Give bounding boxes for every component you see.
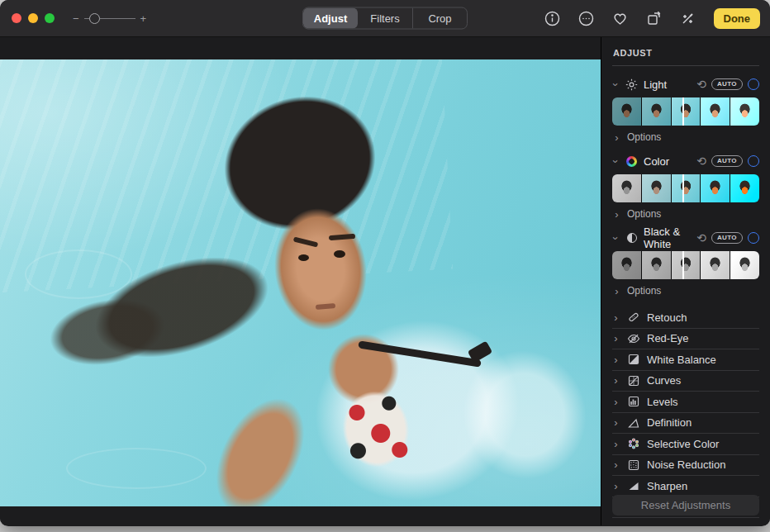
levels-icon	[626, 395, 640, 409]
tool-label: Selective Color	[647, 438, 719, 450]
tool-label: Retouch	[647, 311, 687, 324]
rotate-icon[interactable]	[646, 11, 663, 27]
tool-sharpen[interactable]: › Sharpen	[612, 475, 759, 496]
tab-adjust[interactable]: Adjust	[303, 8, 358, 29]
thumbnail	[612, 97, 641, 126]
section-color-header[interactable]: › Color ⟲ AUTO	[612, 151, 759, 171]
chevron-right-icon: ›	[612, 417, 620, 428]
zoom-slider-knob[interactable]	[89, 13, 100, 24]
titlebar: − + Adjust Filters Crop	[0, 0, 770, 37]
tool-label: Curves	[647, 374, 681, 387]
strip-indicator[interactable]	[682, 251, 684, 279]
chevron-right-icon[interactable]: ›	[613, 132, 620, 143]
light-intensity-strip[interactable]	[612, 97, 759, 126]
chevron-right-icon[interactable]: ›	[613, 209, 620, 220]
tool-levels[interactable]: › Levels	[612, 391, 759, 412]
sun-icon	[625, 78, 639, 92]
section-light-header[interactable]: › Light ⟲ AUTO	[612, 74, 759, 94]
close-button[interactable]	[12, 13, 21, 23]
chevron-down-icon[interactable]: ›	[611, 81, 621, 88]
more-icon[interactable]	[578, 11, 595, 27]
strip-indicator[interactable]	[682, 97, 684, 126]
zoom-out-icon[interactable]: −	[73, 13, 79, 24]
bandage-icon	[626, 311, 640, 325]
auto-button[interactable]: AUTO	[711, 155, 743, 167]
chevron-right-icon: ›	[612, 397, 620, 407]
photo-preview	[0, 59, 601, 506]
chevron-right-icon: ›	[612, 354, 620, 365]
done-button[interactable]: Done	[714, 8, 761, 29]
thumbnail	[642, 174, 671, 202]
tab-filters[interactable]: Filters	[358, 8, 412, 29]
chevron-right-icon: ›	[612, 333, 620, 344]
zoom-slider[interactable]: − +	[73, 13, 146, 24]
tool-label: Sharpen	[647, 480, 687, 492]
tool-curves[interactable]: › Curves	[612, 370, 759, 392]
section-label: Light	[644, 78, 692, 91]
options-label: Options	[627, 131, 661, 143]
chevron-down-icon[interactable]: ›	[611, 235, 621, 242]
section-label: Color	[644, 155, 692, 168]
zoom-window-button[interactable]	[45, 13, 55, 23]
chevron-right-icon: ›	[612, 312, 620, 323]
thumbnail	[701, 97, 730, 126]
tool-noise-reduction[interactable]: › Noise Reduction	[612, 454, 759, 476]
thumbnail	[672, 97, 701, 126]
enabled-toggle[interactable]	[748, 232, 759, 244]
tool-red-eye[interactable]: › Red-Eye	[612, 328, 759, 349]
options-label: Options	[627, 285, 661, 297]
chevron-right-icon: ›	[612, 481, 620, 492]
auto-enhance-icon[interactable]	[680, 11, 696, 27]
undo-icon[interactable]: ⟲	[696, 78, 706, 90]
minimize-button[interactable]	[28, 13, 38, 23]
traffic-lights	[12, 13, 55, 23]
divider	[612, 65, 759, 66]
color-intensity-strip[interactable]	[612, 174, 759, 202]
strip-indicator[interactable]	[682, 174, 684, 202]
red-eye-icon	[626, 331, 640, 345]
enabled-toggle[interactable]	[748, 155, 759, 167]
section-bw-header[interactable]: › Black & White ⟲ AUTO	[612, 228, 759, 248]
favorite-icon[interactable]	[612, 11, 629, 27]
thumbnail	[672, 174, 701, 202]
bw-intensity-strip[interactable]	[612, 251, 759, 279]
chevron-down-icon[interactable]: ›	[611, 158, 621, 165]
edit-mode-tabs: Adjust Filters Crop	[302, 7, 468, 30]
thumbnail	[701, 251, 730, 279]
zoom-slider-track[interactable]	[84, 18, 135, 19]
half-circle-icon	[625, 231, 639, 245]
bw-options[interactable]: › Options	[613, 283, 759, 299]
tool-definition[interactable]: › Definition	[612, 412, 759, 434]
tool-list: › Retouch › Red-Eye ›	[612, 306, 759, 518]
curves-icon	[626, 373, 640, 387]
undo-icon[interactable]: ⟲	[696, 232, 706, 244]
tab-crop[interactable]: Crop	[412, 8, 467, 29]
thumbnail	[672, 251, 701, 279]
selective-color-icon	[626, 437, 640, 451]
undo-icon[interactable]: ⟲	[696, 155, 706, 167]
definition-icon	[626, 416, 640, 430]
tool-selective-color[interactable]: › Selective Color	[612, 433, 759, 454]
edit-canvas	[0, 37, 601, 525]
chevron-right-icon: ›	[612, 439, 620, 449]
white-balance-icon	[626, 353, 640, 367]
info-icon[interactable]	[544, 11, 561, 27]
thumbnail	[612, 251, 641, 279]
chevron-right-icon[interactable]: ›	[613, 286, 620, 297]
tool-white-balance[interactable]: › White Balance	[612, 349, 759, 370]
thumbnail	[730, 251, 759, 279]
adjust-sidebar: ADJUST › Light ⟲ AUTO › Options	[601, 37, 770, 525]
tool-retouch[interactable]: › Retouch	[612, 306, 759, 328]
enabled-toggle[interactable]	[748, 78, 759, 90]
chevron-right-icon: ›	[612, 375, 620, 386]
auto-button[interactable]: AUTO	[711, 232, 743, 244]
auto-button[interactable]: AUTO	[711, 78, 743, 90]
color-options[interactable]: › Options	[613, 206, 759, 222]
zoom-in-icon[interactable]: +	[140, 13, 147, 24]
color-wheel-icon	[625, 154, 639, 169]
light-options[interactable]: › Options	[613, 129, 759, 145]
photos-edit-window: − + Adjust Filters Crop	[0, 0, 770, 526]
water-ripple	[66, 448, 207, 489]
reset-adjustments-button[interactable]: Reset Adjustments	[612, 495, 759, 515]
section-label: Black & White	[644, 226, 692, 250]
